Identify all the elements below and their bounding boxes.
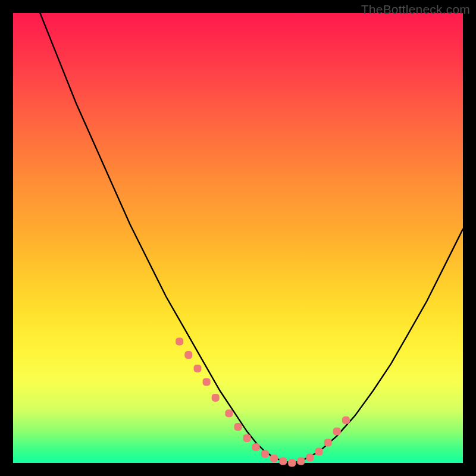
curve-marker [279, 458, 287, 465]
curve-marker [333, 428, 341, 436]
curve-marker [288, 459, 296, 467]
curve-marker [243, 434, 251, 442]
curve-marker [261, 450, 269, 458]
curve-layer [13, 13, 463, 463]
curve-marker [270, 455, 278, 462]
curve-marker [212, 394, 220, 402]
curve-marker [252, 443, 260, 451]
bottleneck-curve [40, 13, 463, 463]
curve-marker [194, 365, 202, 372]
chart-frame: TheBottleneck.com [0, 0, 476, 476]
curve-marker [225, 409, 233, 417]
watermark-text: TheBottleneck.com [361, 2, 470, 17]
curve-marker [203, 378, 211, 386]
curve-marker [315, 448, 323, 456]
plot-area [13, 13, 463, 463]
curve-marker [342, 416, 350, 424]
curve-marker [306, 453, 314, 461]
curve-marker [234, 423, 242, 431]
curve-marker [176, 337, 183, 345]
curve-marker [324, 439, 332, 447]
curve-marker [297, 458, 305, 465]
curve-marker [184, 351, 192, 359]
